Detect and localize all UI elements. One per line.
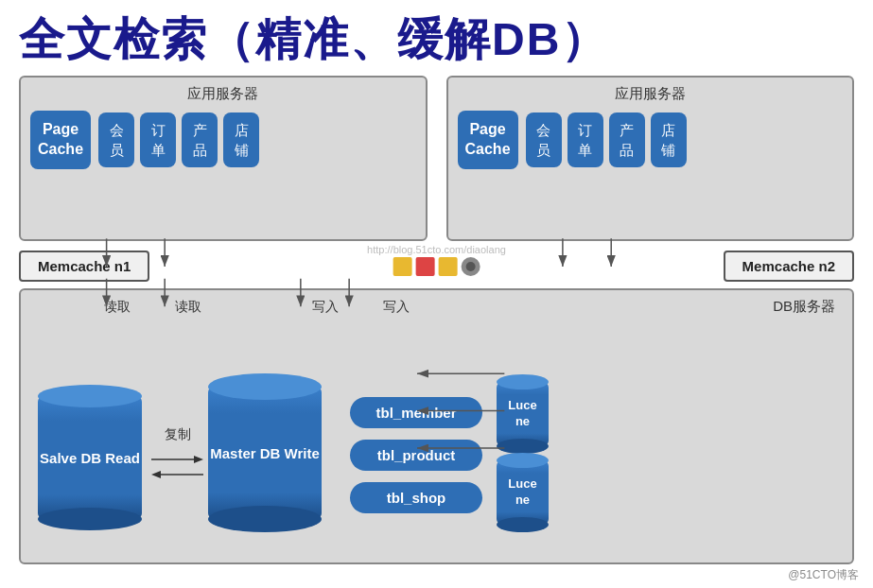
replicate-arrows	[151, 448, 203, 486]
page-title: 全文检索（精准、缓解DB）	[0, 0, 873, 75]
watermark-icons	[367, 257, 506, 276]
salve-db-cylinder: Salve DB Read	[38, 396, 142, 519]
read-label-2: 读取	[175, 299, 201, 316]
app-server-2-inner: PageCache 会员 订单 产品 店铺	[458, 111, 844, 169]
copyright: @51CTO博客	[788, 567, 859, 583]
replicate-area: 复制	[151, 426, 203, 490]
wm-icon-3	[438, 257, 457, 276]
table-list: tbl_member tbl_product tbl_shop	[350, 397, 482, 513]
write-label-1: 写入	[312, 299, 339, 316]
page-cache-2: PageCache	[458, 111, 518, 169]
master-db-cylinder: Master DB Write	[208, 387, 322, 519]
lucene-1: Lucene	[497, 382, 549, 446]
lucene-2: Lucene	[497, 460, 549, 525]
diagram-area: 应用服务器 PageCache 会员 订单 产品 店铺 应用服务器 PageCa…	[9, 76, 864, 569]
master-db-label: Master DB Write	[210, 443, 320, 463]
svg-marker-3	[151, 471, 161, 478]
module-shop-2: 店铺	[651, 112, 687, 167]
wm-icon-1	[393, 257, 411, 276]
write-label-2: 写入	[383, 299, 410, 316]
tbl-product: tbl_product	[350, 440, 482, 471]
module-order-2: 订单	[567, 112, 603, 167]
db-server-label: DB服务器	[28, 298, 845, 316]
memcache-1: Memcache n1	[19, 251, 149, 282]
module-shop-1: 店铺	[223, 112, 259, 167]
app-server-1-label: 应用服务器	[30, 85, 416, 103]
module-boxes-1: 会员 订单 产品 店铺	[98, 112, 259, 167]
app-server-2-label: 应用服务器	[458, 85, 844, 103]
module-product-1: 产品	[182, 112, 218, 167]
wm-icon-2	[415, 257, 434, 276]
main-container: 全文检索（精准、缓解DB） 应用服务器 PageCache 会员 订单 产品 店…	[0, 0, 873, 588]
module-member-1: 会员	[98, 112, 134, 167]
wm-icon-4	[461, 257, 480, 276]
page-cache-1: PageCache	[30, 111, 91, 169]
app-server-2: 应用服务器 PageCache 会员 订单 产品 店铺	[446, 76, 855, 241]
memcache-2: Memcache n2	[724, 251, 854, 282]
tbl-shop: tbl_shop	[350, 482, 482, 513]
module-order-1: 订单	[140, 112, 176, 167]
db-layout: 读取 读取 写入 写入 Salve DB Read 复制	[28, 320, 845, 577]
read-label-1: 读取	[104, 299, 131, 316]
lucene-2-label: Lucene	[508, 476, 536, 509]
app-servers-row: 应用服务器 PageCache 会员 订单 产品 店铺 应用服务器 PageCa…	[9, 76, 864, 241]
replicate-label: 复制	[151, 426, 203, 443]
app-server-1-inner: PageCache 会员 订单 产品 店铺	[30, 111, 416, 169]
svg-marker-1	[194, 456, 203, 463]
tbl-member: tbl_member	[350, 397, 482, 428]
watermark-area: http://blog.51cto.com/diaolang	[367, 244, 506, 278]
lucene-1-label: Lucene	[508, 398, 536, 430]
salve-db-wrap: Salve DB Read	[38, 396, 142, 519]
master-db-wrap: Master DB Write	[208, 387, 322, 519]
watermark-text: http://blog.51cto.com/diaolang	[367, 244, 506, 255]
salve-db-label: Salve DB Read	[40, 448, 140, 468]
app-server-1: 应用服务器 PageCache 会员 订单 产品 店铺	[19, 76, 428, 241]
module-product-2: 产品	[609, 112, 645, 167]
module-boxes-2: 会员 订单 产品 店铺	[526, 112, 687, 167]
db-server-box: DB服务器 读取 读取 写入 写入 Salve DB Read 复制	[19, 288, 854, 564]
lucene-group: Lucene Lucene	[497, 382, 549, 525]
module-member-2: 会员	[526, 112, 562, 167]
